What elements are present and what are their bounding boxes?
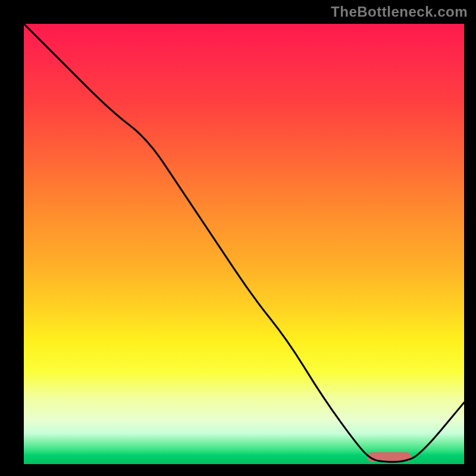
watermark-text: TheBottleneck.com: [331, 4, 468, 20]
bottleneck-curve: [24, 24, 464, 464]
plot-area: [24, 24, 464, 464]
curve-path: [24, 24, 464, 462]
chart-stage: TheBottleneck.com: [0, 0, 476, 476]
